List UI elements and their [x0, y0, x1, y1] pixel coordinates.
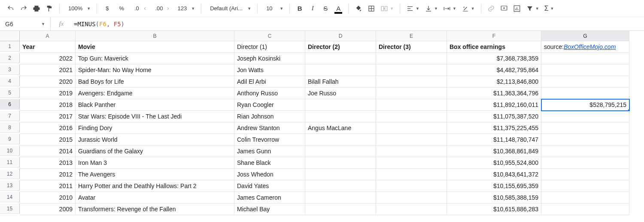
cell-E2[interactable]	[376, 53, 447, 64]
format-currency-button[interactable]: $	[101, 3, 113, 15]
cell-D7[interactable]	[305, 111, 376, 122]
cell-C4[interactable]: Adil El Arbi	[234, 76, 305, 88]
row-header-12[interactable]: 12	[0, 169, 20, 179]
column-header-E[interactable]: E	[376, 31, 447, 41]
cell-E4[interactable]	[376, 76, 447, 88]
cell-E7[interactable]	[376, 111, 447, 122]
cell-D6[interactable]	[305, 99, 376, 111]
cell-B6[interactable]: Black Panther	[76, 99, 234, 111]
cell-G6[interactable]: $528,795,215	[541, 99, 629, 111]
cell-G11[interactable]	[541, 157, 629, 169]
cell-A13[interactable]: 2011	[20, 180, 76, 192]
insert-chart-button[interactable]	[511, 3, 522, 15]
cell-C2[interactable]: Joseph Kosinski	[234, 53, 305, 64]
cell-A11[interactable]: 2013	[20, 157, 76, 169]
cell-B13[interactable]: Harry Potter and the Deathly Hallows: Pa…	[76, 180, 234, 192]
cell-B9[interactable]: Jurassic World	[76, 134, 234, 146]
cell-F15[interactable]: $10,615,886,283	[447, 204, 541, 215]
cell-C8[interactable]: Andrew Stanton	[234, 122, 305, 134]
cell-E3[interactable]	[376, 64, 447, 76]
row-header-1[interactable]: 1	[0, 41, 20, 52]
cell-D1[interactable]: Director (2)	[305, 41, 376, 53]
cell-B15[interactable]: Transformers: Revenge of the Fallen	[76, 204, 234, 215]
fill-color-button[interactable]	[353, 3, 364, 15]
cell-C5[interactable]: Anthony Russo	[234, 88, 305, 99]
cell-G3[interactable]	[541, 64, 629, 76]
cell-G14[interactable]	[541, 192, 629, 204]
bold-button[interactable]: B	[294, 3, 305, 15]
cell-B8[interactable]: Finding Dory	[76, 122, 234, 134]
cell-F14[interactable]: $10,585,388,159	[447, 192, 541, 204]
cell-D8[interactable]: Angus MacLane	[305, 122, 376, 134]
column-header-D[interactable]: D	[305, 31, 376, 41]
cell-G5[interactable]	[541, 88, 629, 99]
cell-G15[interactable]	[541, 204, 629, 215]
cell-A3[interactable]: 2021	[20, 64, 76, 76]
column-header-B[interactable]: B	[76, 31, 234, 41]
row-header-5[interactable]: 5	[0, 88, 20, 98]
cell-E11[interactable]	[376, 157, 447, 169]
cell-G10[interactable]	[541, 146, 629, 157]
cell-F4[interactable]: $2,113,846,800	[447, 76, 541, 88]
italic-button[interactable]: I	[307, 3, 318, 15]
cell-F12[interactable]: $10,843,641,372	[447, 169, 541, 180]
cell-B12[interactable]: The Avengers	[76, 169, 234, 180]
cell-G9[interactable]	[541, 134, 629, 146]
cell-B7[interactable]: Star Wars: Episode VIII - The Last Jedi	[76, 111, 234, 122]
row-header-4[interactable]: 4	[0, 76, 20, 86]
row-header-3[interactable]: 3	[0, 64, 20, 75]
row-header-11[interactable]: 11	[0, 157, 20, 167]
cell-F9[interactable]: $11,148,780,747	[447, 134, 541, 146]
cell-C14[interactable]: James Cameron	[234, 192, 305, 204]
cell-B1[interactable]: Movie	[76, 41, 234, 53]
cell-A6[interactable]: 2018	[20, 99, 76, 111]
cell-D11[interactable]	[305, 157, 376, 169]
cell-G2[interactable]	[541, 53, 629, 64]
cell-E6[interactable]	[376, 99, 447, 111]
cell-C12[interactable]: Joss Whedon	[234, 169, 305, 180]
cell-D12[interactable]	[305, 169, 376, 180]
horizontal-align-dropdown[interactable]: ▼	[404, 3, 421, 15]
cell-B11[interactable]: Iron Man 3	[76, 157, 234, 169]
formula-input[interactable]: =MINUS(F6, F5)	[72, 21, 644, 27]
cell-E9[interactable]	[376, 134, 447, 146]
cell-A1[interactable]: Year	[20, 41, 76, 53]
redo-button[interactable]	[18, 3, 29, 15]
cell-E12[interactable]	[376, 169, 447, 180]
insert-link-button[interactable]	[486, 3, 497, 15]
text-color-button[interactable]: A	[333, 3, 344, 15]
cell-G12[interactable]	[541, 169, 629, 180]
column-header-G[interactable]: G	[541, 31, 629, 41]
insert-comment-button[interactable]	[498, 3, 510, 15]
cell-B2[interactable]: Top Gun: Maverick	[76, 53, 234, 64]
source-link[interactable]: BoxOfficeMojo.com	[564, 43, 616, 50]
cell-D9[interactable]	[305, 134, 376, 146]
cell-F5[interactable]: $11,363,364,796	[447, 88, 541, 99]
row-header-13[interactable]: 13	[0, 180, 20, 191]
merge-cells-dropdown[interactable]: ▼	[379, 3, 395, 15]
cell-G8[interactable]	[541, 122, 629, 134]
cell-A8[interactable]: 2016	[20, 122, 76, 134]
filter-button[interactable]: ▼	[524, 3, 541, 15]
cell-C1[interactable]: Director (1)	[234, 41, 305, 53]
row-header-6[interactable]: 6	[0, 99, 20, 109]
cell-A12[interactable]: 2012	[20, 169, 76, 180]
cell-E10[interactable]	[376, 146, 447, 157]
cell-D4[interactable]: Bilall Fallah	[305, 76, 376, 88]
cell-B10[interactable]: Guardians of the Galaxy	[76, 146, 234, 157]
column-header-C[interactable]: C	[234, 31, 305, 41]
strikethrough-button[interactable]: S	[320, 3, 331, 15]
text-rotation-dropdown[interactable]: ▼	[460, 3, 477, 15]
font-family-dropdown[interactable]: Default (Ari...▼	[206, 3, 253, 15]
cell-D5[interactable]: Joe Russo	[305, 88, 376, 99]
more-formats-dropdown[interactable]: 123▼	[173, 3, 197, 15]
font-size-dropdown[interactable]: 10▼	[262, 3, 285, 15]
cell-B3[interactable]: Spider-Man: No Way Home	[76, 64, 234, 76]
cell-E5[interactable]	[376, 88, 447, 99]
cell-F2[interactable]: $7,368,738,359	[447, 53, 541, 64]
row-header-8[interactable]: 8	[0, 122, 20, 133]
row-header-7[interactable]: 7	[0, 111, 20, 121]
cell-B14[interactable]: Avatar	[76, 192, 234, 204]
cell-F8[interactable]: $11,375,225,455	[447, 122, 541, 134]
cell-F10[interactable]: $10,368,861,849	[447, 146, 541, 157]
